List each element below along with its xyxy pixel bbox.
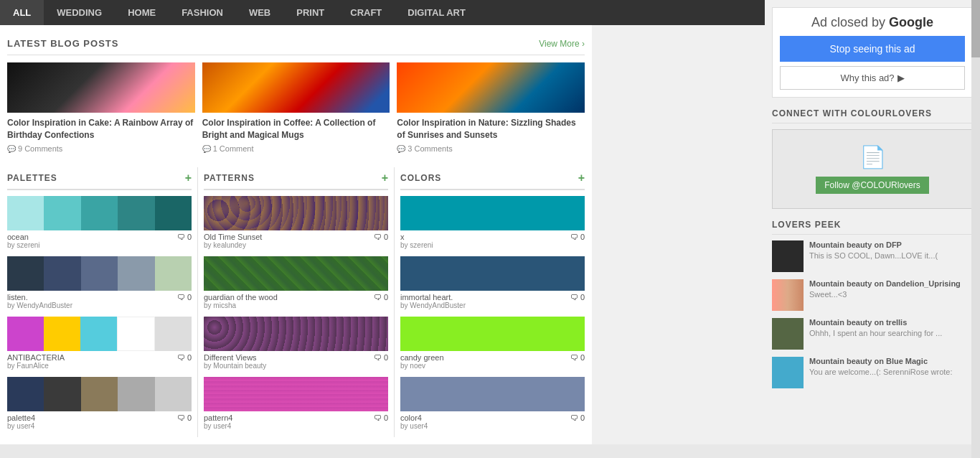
scrollbar-thumb[interactable] [971, 0, 980, 57]
follow-btn[interactable]: Follow @COLOURlovers [816, 177, 929, 194]
palette-swatch-listen[interactable] [7, 256, 192, 291]
colors-add-btn[interactable]: + [578, 172, 585, 184]
connect-title: CONNECT WITH COLOURLOVERS [772, 108, 973, 123]
palette-swatch-4[interactable] [7, 377, 192, 411]
pattern-name-3: Different Views 🗨 0 [204, 353, 388, 362]
colors-title: COLORS [400, 173, 441, 183]
pattern-author-4: by user4 [204, 422, 388, 430]
lover-info-2: Mountain beauty on Dandelion_Uprising Sw… [809, 279, 973, 299]
view-more-link[interactable]: View More › [539, 39, 585, 49]
blog-post-title-1[interactable]: Color Inspiration in Cake: A Rainbow Arr… [7, 117, 195, 141]
color-swatch-4[interactable] [400, 377, 585, 411]
palette-name-4: palette4 🗨 0 [7, 413, 192, 422]
palettes-column: PALETTES + ocean [7, 167, 198, 437]
blog-section-header: LATEST BLOG POSTS View More › [7, 32, 585, 55]
nav-item-home[interactable]: HOME [115, 0, 169, 25]
palettes-add-btn[interactable]: + [185, 172, 192, 184]
patterns-title: PATTERNS [204, 173, 255, 183]
pattern-item-guardian: guardian of the wood 🗨 0 by micsha [204, 256, 388, 309]
nav-item-web[interactable]: WEB [236, 0, 283, 25]
palette-item-ocean: ocean 🗨 0 by szereni [7, 196, 192, 249]
pattern-name-2: guardian of the wood 🗨 0 [204, 293, 388, 302]
blog-post-image-3[interactable] [397, 62, 585, 113]
nav-item-wedding[interactable]: WEDDING [44, 0, 115, 25]
ad-closed-box: Ad closed by Google Stop seeing this ad … [772, 7, 973, 98]
lover-item-title-3[interactable]: Mountain beauty on trellis [809, 318, 973, 327]
lover-thumb-2[interactable] [772, 279, 804, 311]
pattern-author-2: by micsha [204, 302, 388, 309]
twitter-box: 📄 Follow @COLOURlovers [772, 129, 973, 209]
palette-swatch-antibacteria[interactable] [7, 317, 192, 351]
color-author-4: by user4 [400, 422, 585, 430]
stop-seeing-btn[interactable]: Stop seeing this ad [780, 36, 965, 62]
lovers-title: LOVERS PEEK [772, 220, 973, 235]
nav-item-digital-art[interactable]: DIGITAL ART [395, 0, 479, 25]
patterns-add-btn[interactable]: + [382, 172, 388, 184]
pattern-img-different-views[interactable] [204, 317, 388, 351]
pattern-item-different-views: Different Views 🗨 0 by Mountain beauty [204, 317, 388, 370]
color-item-x: x 🗨 0 by szereni [400, 196, 585, 249]
lover-item-3: Mountain beauty on trellis Ohhh, I spent… [772, 318, 973, 350]
lover-thumb-3[interactable] [772, 318, 804, 350]
blog-post-title-3[interactable]: Color Inspiration in Nature: Sizzling Sh… [397, 117, 585, 141]
color-author-x: by szereni [400, 241, 585, 249]
color-author-immortal-heart: by WendyAndBuster [400, 302, 585, 309]
pattern-item-old-time-sunset: Old Time Sunset 🗨 0 by kealundey [204, 196, 388, 249]
google-brand: Google [889, 15, 933, 29]
color-swatch-x[interactable] [400, 196, 585, 230]
palette-name-ocean: ocean 🗨 0 [7, 233, 192, 241]
color-swatch-candy-green[interactable] [400, 317, 585, 351]
comment-icon-2 [202, 144, 211, 153]
color-name-x: x 🗨 0 [400, 233, 585, 241]
nav-item-print[interactable]: PRINT [283, 0, 337, 25]
blog-post-comments-2: 1 Comment [202, 144, 390, 153]
color-item-candy-green: candy green 🗨 0 by noev [400, 317, 585, 370]
scrollbar-track[interactable] [971, 0, 980, 444]
palette-author-antibacteria: by FaunAlice [7, 362, 192, 370]
lover-thumb-4[interactable] [772, 357, 804, 388]
palette-name-antibacteria: ANTIBACTERIA 🗨 0 [7, 353, 192, 362]
lover-item-desc-2: Sweet...<3 [809, 289, 973, 299]
palette-author-listen: by WendyAndBuster [7, 302, 192, 309]
nav-item-fashion[interactable]: FASHION [169, 0, 236, 25]
colors-column: COLORS + x 🗨 0 by szereni [400, 167, 585, 437]
color-name-4: color4 🗨 0 [400, 413, 585, 422]
blog-post-comments-1: 9 Comments [7, 144, 195, 153]
pattern-img-guardian[interactable] [204, 256, 388, 291]
lover-info-3: Mountain beauty on trellis Ohhh, I spent… [809, 318, 973, 338]
nav-item-craft[interactable]: CRAFT [337, 0, 395, 25]
pattern-author-1: by kealundey [204, 241, 388, 249]
color-swatch-immortal-heart[interactable] [400, 256, 585, 291]
blog-post-1: Color Inspiration in Cake: A Rainbow Arr… [7, 62, 195, 153]
lover-item-desc-4: You are welcome...(: SerenniRose wrote: [809, 367, 973, 377]
lover-item-title-4[interactable]: Mountain beauty on Blue Magic [809, 357, 973, 365]
pattern-img-old-time-sunset[interactable] [204, 196, 388, 230]
lover-item-2: Mountain beauty on Dandelion_Uprising Sw… [772, 279, 973, 311]
blog-post-2: Color Inspiration in Coffee: A Collectio… [202, 62, 390, 153]
blog-post-title-2[interactable]: Color Inspiration in Coffee: A Collectio… [202, 117, 390, 141]
lover-item-1: Mountain beauty on DFP This is SO COOL, … [772, 240, 973, 272]
blog-post-image-1[interactable] [7, 62, 195, 113]
palette-item-4: palette4 🗨 0 by user4 [7, 377, 192, 430]
nav-item-all[interactable]: ALL [0, 0, 44, 25]
comment-icon-3 [397, 144, 405, 153]
patterns-column: PATTERNS + Old Time Sunset 🗨 0 by kealun… [204, 167, 395, 437]
pattern-img-4[interactable] [204, 377, 388, 411]
lover-info-1: Mountain beauty on DFP This is SO COOL, … [809, 240, 973, 261]
lover-thumb-1[interactable] [772, 240, 804, 272]
why-ad-btn[interactable]: Why this ad? ▶ [780, 66, 965, 90]
patterns-header: PATTERNS + [204, 167, 388, 190]
blog-post-image-2[interactable] [202, 62, 390, 113]
connect-section: CONNECT WITH COLOURLOVERS 📄 Follow @COLO… [772, 108, 973, 209]
pattern-author-3: by Mountain beauty [204, 362, 388, 370]
lover-item-desc-3: Ohhh, I spent an hour searching for ... [809, 328, 973, 338]
color-item-immortal-heart: immortal heart. 🗨 0 by WendyAndBuster [400, 256, 585, 309]
palette-item-listen: listen. 🗨 0 by WendyAndBuster [7, 256, 192, 309]
palette-swatch-ocean[interactable] [7, 196, 192, 230]
blog-post-comments-3: 3 Comments [397, 144, 585, 153]
lover-info-4: Mountain beauty on Blue Magic You are we… [809, 357, 973, 377]
palette-item-antibacteria: ANTIBACTERIA 🗨 0 by FaunAlice [7, 317, 192, 370]
nav-bar: ALL WEDDING HOME FASHION WEB PRINT CRAFT… [0, 0, 765, 25]
lover-item-title-2[interactable]: Mountain beauty on Dandelion_Uprising [809, 279, 973, 288]
lover-item-title-1[interactable]: Mountain beauty on DFP [809, 240, 973, 249]
